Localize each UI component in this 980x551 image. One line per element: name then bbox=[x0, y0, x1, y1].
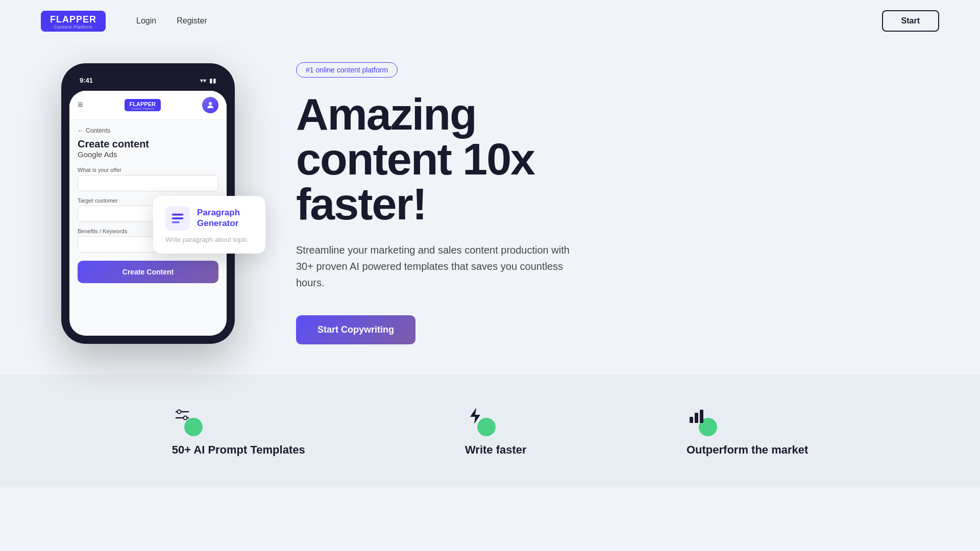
start-button[interactable]: Start bbox=[882, 10, 939, 32]
feature-title-outperform: Outperform the market bbox=[687, 443, 808, 457]
sliders-icon bbox=[172, 406, 192, 426]
create-content-title: Create content bbox=[78, 138, 218, 150]
phone-time: 9:41 bbox=[80, 77, 93, 84]
phone-mockup: 9:41 ▾▾ ▮▮ ≡ FLAPPER Content Platform bbox=[41, 63, 255, 344]
phone-notch: 9:41 ▾▾ ▮▮ bbox=[69, 71, 227, 90]
hero-title-line3: faster! bbox=[296, 179, 426, 229]
paragraph-generator-icon-wrap bbox=[165, 206, 190, 231]
hero-description: Streamline your marketing and sales cont… bbox=[296, 242, 572, 291]
back-label: Contents bbox=[86, 127, 110, 134]
svg-rect-1 bbox=[172, 213, 184, 215]
svg-rect-10 bbox=[700, 410, 703, 423]
tooltip-title: Paragraph Generator bbox=[197, 208, 253, 229]
tooltip-description: Write paragraph about topic bbox=[165, 236, 253, 243]
svg-point-5 bbox=[177, 410, 181, 414]
tooltip-card: Paragraph Generator Write paragraph abou… bbox=[153, 196, 265, 254]
hero-title: Amazing content 10x faster! bbox=[296, 92, 643, 227]
nav-links: Login Register bbox=[136, 16, 207, 26]
hamburger-icon[interactable]: ≡ bbox=[78, 99, 83, 110]
feature-item-faster: Write faster bbox=[465, 406, 527, 457]
paragraph-icon bbox=[170, 211, 185, 226]
field1-input[interactable] bbox=[78, 175, 218, 191]
hero-title-line2: content 10x bbox=[296, 134, 534, 184]
platform-badge: #1 online content platform bbox=[296, 62, 398, 78]
field1-label: What is your offer bbox=[78, 167, 218, 173]
logo[interactable]: FLAPPER Content Platform bbox=[41, 11, 106, 32]
outperform-icon-wrap bbox=[687, 406, 717, 436]
phone-logo: FLAPPER Content Platform bbox=[125, 99, 161, 111]
svg-rect-9 bbox=[695, 413, 698, 423]
svg-rect-3 bbox=[172, 221, 180, 223]
svg-point-0 bbox=[209, 102, 212, 105]
chart-icon bbox=[687, 406, 707, 426]
register-link[interactable]: Register bbox=[177, 16, 207, 26]
features-section: 50+ AI Prompt Templates Write faster Out… bbox=[0, 375, 980, 487]
svg-rect-8 bbox=[690, 417, 693, 423]
battery-icon: ▮▮ bbox=[209, 77, 216, 84]
hero-section: 9:41 ▾▾ ▮▮ ≡ FLAPPER Content Platform bbox=[0, 42, 980, 375]
phone-header: ≡ FLAPPER Content Platform bbox=[69, 91, 227, 120]
hero-title-line1: Amazing bbox=[296, 89, 476, 139]
back-arrow-icon: ← bbox=[78, 127, 84, 134]
create-content-button[interactable]: Create Content bbox=[78, 261, 218, 283]
feature-title-templates: 50+ AI Prompt Templates bbox=[172, 443, 305, 457]
back-link[interactable]: ← Contents bbox=[78, 127, 218, 134]
svg-rect-2 bbox=[172, 217, 184, 219]
hero-right: #1 online content platform Amazing conte… bbox=[296, 62, 643, 344]
faster-icon-wrap bbox=[465, 406, 496, 436]
create-content-subtitle: Google Ads bbox=[78, 150, 218, 159]
login-link[interactable]: Login bbox=[136, 16, 156, 26]
start-copywriting-button[interactable]: Start Copywriting bbox=[296, 315, 415, 344]
wifi-icon: ▾▾ bbox=[200, 77, 206, 84]
phone-status-icons: ▾▾ ▮▮ bbox=[200, 77, 216, 84]
navbar: FLAPPER Content Platform Login Register … bbox=[0, 0, 980, 42]
feature-title-faster: Write faster bbox=[465, 443, 527, 457]
templates-icon-wrap bbox=[172, 406, 203, 436]
avatar[interactable] bbox=[202, 97, 218, 113]
feature-item-templates: 50+ AI Prompt Templates bbox=[172, 406, 305, 457]
lightning-icon bbox=[465, 406, 485, 426]
svg-point-7 bbox=[183, 416, 187, 420]
feature-item-outperform: Outperform the market bbox=[687, 406, 808, 457]
